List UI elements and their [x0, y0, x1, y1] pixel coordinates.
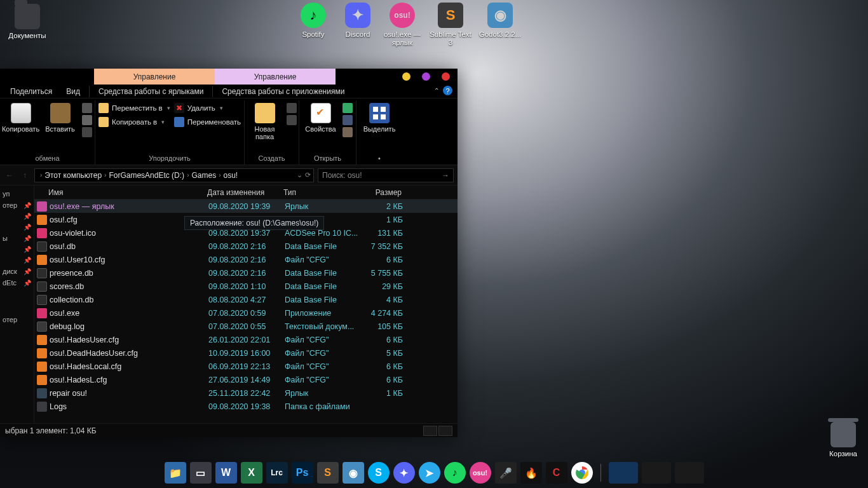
desktop-shortcut-osu[interactable]: osu! osu!.exe — ярлык: [379, 3, 426, 47]
properties-button[interactable]: Свойства: [303, 103, 339, 133]
move-to-button[interactable]: Переместить в▾: [98, 103, 170, 113]
cut-icon[interactable]: [82, 127, 92, 137]
tab-view[interactable]: Вид: [66, 87, 80, 96]
sidebar-item[interactable]: уп: [1, 188, 32, 200]
file-row[interactable]: debug.log07.08.2020 0:55Текстовый докум.…: [34, 320, 458, 333]
file-row[interactable]: repair osu!25.11.2018 22:42Ярлык1 КБ: [34, 386, 458, 400]
taskbar-sublime[interactable]: S: [317, 462, 339, 484]
close-button[interactable]: [442, 72, 450, 81]
nav-back-button[interactable]: ←: [4, 170, 15, 181]
col-size[interactable]: Размер: [360, 188, 402, 197]
file-type: Data Base File: [285, 242, 361, 251]
rename-button[interactable]: Переименовать: [174, 117, 241, 127]
history-icon[interactable]: [342, 127, 353, 137]
taskbar-skype[interactable]: S: [368, 462, 390, 484]
file-row[interactable]: osu!.HadesLocal.cfg06.09.2019 22:13Файл …: [34, 360, 458, 373]
file-name: debug.log: [50, 322, 208, 331]
desktop-shortcut-sublime[interactable]: S Sublime Text 3: [427, 3, 474, 47]
col-date[interactable]: Дата изменения: [207, 188, 283, 197]
delete-button[interactable]: ✖Удалить▾: [174, 103, 241, 113]
file-date: 27.06.2019 14:49: [208, 376, 285, 384]
taskbar-thumb1[interactable]: [609, 462, 638, 484]
taskbar-spotify[interactable]: ♪: [444, 462, 466, 484]
taskbar-word[interactable]: W: [215, 462, 237, 484]
paste-button[interactable]: Вставить: [43, 103, 78, 133]
tab-shortcut-tools[interactable]: Средства работы с ярлыками: [98, 87, 203, 96]
file-row[interactable]: scores.db09.08.2020 1:10Data Base File29…: [34, 280, 458, 293]
taskbar-thumb3[interactable]: [675, 462, 704, 484]
taskbar-thumb2[interactable]: [642, 462, 671, 484]
nav-up-button[interactable]: ↑: [19, 170, 31, 181]
file-icon: [37, 268, 47, 278]
file-row[interactable]: collection.db08.08.2020 4:27Data Base Fi…: [34, 293, 458, 306]
taskbar-mic[interactable]: 🎤: [495, 462, 517, 484]
file-row[interactable]: osu!.db09.08.2020 2:16Data Base File7 35…: [34, 240, 458, 253]
file-row[interactable]: osu!.exe — ярлык09.08.2020 19:39Ярлык2 К…: [34, 200, 458, 213]
sidebar-item[interactable]: 📌: [1, 222, 32, 233]
file-row[interactable]: osu!.DeadHadesUser.cfg10.09.2019 16:00Фа…: [34, 346, 458, 360]
copy-path-icon[interactable]: [82, 115, 92, 125]
sidebar-item[interactable]: отер: [1, 314, 32, 325]
file-row[interactable]: presence.db09.08.2020 2:16Data Base File…: [34, 266, 458, 280]
taskbar-discord[interactable]: ✦: [393, 462, 415, 484]
taskbar-excel[interactable]: X: [241, 462, 262, 484]
taskbar-photoshop[interactable]: Ps: [292, 462, 313, 484]
copy-to-button[interactable]: Копировать в▾: [98, 117, 170, 127]
desktop-folder-documents[interactable]: Документы: [4, 4, 51, 40]
tab-app-tools[interactable]: Средства работы с приложениями: [222, 87, 344, 96]
file-row[interactable]: osu!.exe07.08.2020 0:59Приложение4 274 К…: [34, 306, 458, 320]
desktop-shortcut-godot[interactable]: ◉ Godot3.2.2...: [477, 3, 524, 39]
refresh-button[interactable]: ⟳: [305, 171, 311, 179]
desktop-trash[interactable]: Корзина: [820, 422, 867, 458]
col-name[interactable]: Имя: [48, 188, 207, 197]
maximize-button[interactable]: [422, 72, 430, 81]
taskbar-lightroom[interactable]: Lrc: [266, 462, 288, 484]
file-row[interactable]: osu!.User10.cfg09.08.2020 2:16Файл "CFG"…: [34, 253, 458, 266]
breadcrumb[interactable]: › Этот компьютер› ForGamesAndEtc (D:)› G…: [34, 168, 314, 182]
taskbar-explorer[interactable]: 📁: [165, 462, 186, 484]
taskbar-ccleaner[interactable]: C: [546, 462, 567, 484]
taskbar-app1[interactable]: 🔥: [520, 462, 542, 484]
file-row[interactable]: Logs09.08.2020 19:38Папка с файлами: [34, 400, 458, 413]
copy-button[interactable]: Копировать: [3, 103, 39, 133]
ribbon-context-tabs: Управление Управление: [0, 69, 458, 85]
collapse-ribbon-button[interactable]: ⌃: [434, 87, 439, 94]
edit-icon[interactable]: [342, 115, 353, 125]
new-item-icon[interactable]: [287, 103, 297, 113]
tab-share[interactable]: Поделиться: [10, 87, 52, 96]
pin-icon[interactable]: [82, 103, 92, 113]
view-details-button[interactable]: [423, 426, 437, 436]
desktop-shortcut-spotify[interactable]: ♪ Spotify: [290, 3, 337, 39]
context-tab-shortcut[interactable]: Управление: [94, 69, 215, 85]
desktop-shortcut-discord[interactable]: ✦ Discord: [334, 3, 381, 39]
sidebar-item[interactable]: 📌: [1, 211, 32, 222]
sidebar-item[interactable]: диск📌: [1, 266, 32, 277]
taskbar-chrome[interactable]: [571, 462, 593, 484]
taskbar-godot[interactable]: ◉: [342, 462, 364, 484]
file-icon: [37, 228, 47, 238]
sidebar-item[interactable]: отер📌: [1, 200, 32, 211]
history-dropdown[interactable]: ⌄: [297, 171, 302, 179]
taskbar-osu[interactable]: osu!: [470, 462, 491, 484]
file-date: 26.01.2020 22:01: [208, 336, 285, 344]
sidebar-item[interactable]: 📌: [1, 244, 32, 255]
col-type[interactable]: Тип: [283, 188, 360, 197]
sidebar-item[interactable]: dEtc📌: [1, 277, 32, 288]
sidebar-item[interactable]: 📌: [1, 255, 32, 266]
open-icon[interactable]: [342, 103, 353, 113]
help-button[interactable]: ?: [443, 86, 452, 95]
select-button[interactable]: Выделить: [362, 103, 397, 133]
new-folder-button[interactable]: Новая папка: [247, 103, 283, 140]
minimize-button[interactable]: [402, 72, 410, 81]
window-controls: [402, 69, 450, 85]
sidebar-item[interactable]: ы📌: [1, 233, 32, 244]
taskbar-telegram[interactable]: ➤: [419, 462, 440, 484]
search-input[interactable]: Поиск: osu! →: [318, 168, 454, 182]
view-icons-button[interactable]: [438, 426, 452, 436]
taskbar-terminal[interactable]: ▭: [190, 462, 212, 484]
trash-icon: [831, 422, 856, 447]
context-tab-app[interactable]: Управление: [215, 69, 336, 85]
file-row[interactable]: osu!.HadesL.cfg27.06.2019 14:49Файл "CFG…: [34, 373, 458, 386]
file-row[interactable]: osu!.HadesUser.cfg26.01.2020 22:01Файл "…: [34, 333, 458, 346]
easy-access-icon[interactable]: [287, 115, 297, 125]
